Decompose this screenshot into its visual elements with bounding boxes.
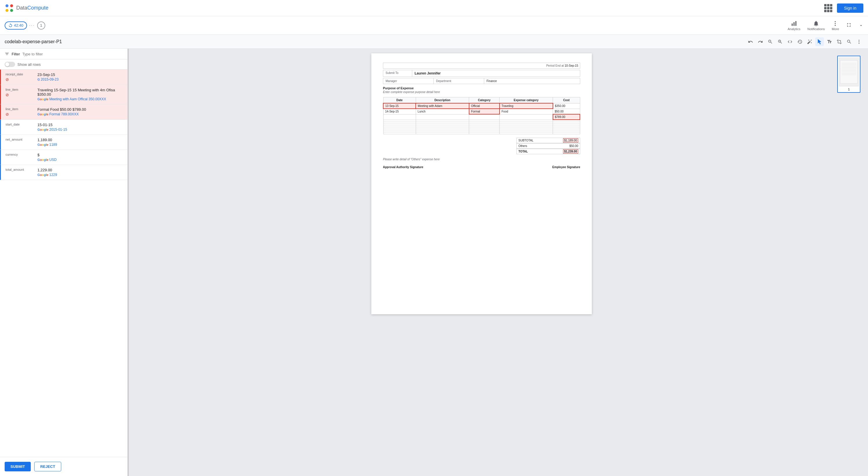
- filter-bar: Filter: [0, 49, 127, 60]
- more-doc-icon: [857, 39, 862, 44]
- svg-point-9: [835, 25, 836, 26]
- text-button[interactable]: [825, 37, 834, 46]
- employee-label: Employee Signature: [552, 166, 580, 169]
- submit-to-value: Lauren Jennifer: [412, 70, 443, 76]
- table-row: 14-Sep-15 Lunch Formal Food $50.00: [383, 109, 580, 114]
- data-row-line-item-2: line_item ⊘ Formal Food $50.00 $789.00 G…: [0, 104, 127, 120]
- data-row-net-amount: net_amount 1,189.00 Google 1189: [0, 135, 127, 150]
- undo-button[interactable]: [746, 37, 755, 46]
- svg-point-1: [10, 4, 13, 7]
- field-value: Traveling 15-Sep-15 15 Meeting with 4m O…: [37, 88, 123, 97]
- col-expense-category: Expense category: [500, 97, 553, 103]
- form-header: Period End at 10-Sep-15: [383, 63, 580, 69]
- search-doc-icon: [846, 39, 852, 44]
- search-doc-button[interactable]: [845, 37, 854, 46]
- department-label: Department: [434, 78, 484, 84]
- field-value: 23-Sep-15: [37, 72, 123, 77]
- purpose-hint: Enter complete expense purpose detail he…: [383, 91, 580, 94]
- row1-date: 13 Sep-15: [383, 103, 416, 109]
- table-row: [383, 122, 580, 124]
- others-detail: Please write detail of "Others" expense …: [383, 158, 580, 161]
- row2-description: Lunch: [416, 109, 469, 114]
- row2-category: Formal: [469, 109, 500, 114]
- col-category: Category: [469, 97, 500, 103]
- thumbnail-number: 1: [839, 88, 859, 91]
- field-value: 15-01-15: [37, 123, 123, 127]
- action-buttons: SUBMIT REJECT: [0, 457, 127, 476]
- submit-button[interactable]: SUBMIT: [5, 462, 31, 471]
- history-button[interactable]: [796, 37, 804, 46]
- google-value: Google 1229: [37, 173, 123, 177]
- field-content: 23-Sep-15 G2015-09-23: [37, 72, 123, 82]
- svg-rect-6: [796, 21, 797, 26]
- table-row: [383, 128, 580, 130]
- code-icon: [787, 39, 793, 44]
- doc-content: Period End at 10-Sep-15 Submit To Lauren…: [133, 53, 830, 471]
- doc-viewer: Period End at 10-Sep-15 Submit To Lauren…: [129, 49, 868, 476]
- thumbnail-item[interactable]: 1: [837, 56, 861, 93]
- row2-date: 14-Sep-15: [383, 109, 416, 114]
- more-nav-item[interactable]: More: [832, 20, 839, 31]
- more-label: More: [832, 27, 839, 31]
- google-value: Google 1189: [37, 143, 123, 147]
- department-value: Finance: [484, 78, 580, 84]
- toolbar-row: 42:40 ··· 1 Analytics Notifications More: [0, 16, 868, 35]
- expense-table: Date Description Category Expense catego…: [383, 97, 580, 134]
- crop-button[interactable]: [835, 37, 844, 46]
- left-panel: Filter Show all rows receipt_date ⊘ 23-S…: [0, 49, 128, 476]
- row1-cost: $350.00: [553, 103, 580, 109]
- zoom-in-icon: [777, 39, 783, 44]
- analytics-nav-item[interactable]: Analytics: [788, 20, 800, 31]
- show-all-toggle[interactable]: [5, 62, 15, 67]
- field-value: 1,229.00: [37, 168, 123, 172]
- redo-button[interactable]: [756, 37, 765, 46]
- cursor-button[interactable]: [815, 37, 824, 46]
- field-label: line_item: [5, 107, 34, 111]
- apps-grid-icon[interactable]: [824, 4, 832, 12]
- submit-to-row: Submit To Lauren Jennifer: [383, 70, 580, 77]
- thumbnail-panel: 1: [834, 53, 863, 471]
- field-content: 1,229.00 Google 1229: [37, 168, 123, 177]
- expand-button[interactable]: [846, 22, 852, 29]
- zoom-out-button[interactable]: [766, 37, 775, 46]
- table-row: [383, 120, 580, 122]
- purpose-section: Purpose of Expense Enter complete expens…: [383, 87, 580, 94]
- reject-button[interactable]: REJECT: [34, 462, 61, 471]
- thumbnail-preview: [839, 58, 859, 87]
- submit-to-label: Submit To: [383, 70, 412, 76]
- purpose-label: Purpose of Expense: [383, 87, 580, 90]
- field-label: total_amount: [5, 168, 34, 171]
- col-description: Description: [416, 97, 469, 103]
- notifications-nav-item[interactable]: Notifications: [807, 20, 825, 31]
- sign-in-button[interactable]: Sign in: [837, 3, 863, 13]
- data-row-total-amount: total_amount 1,229.00 Google 1229: [0, 165, 127, 180]
- top-nav: DataCompute Sign in: [0, 0, 868, 16]
- code-button[interactable]: [785, 37, 794, 46]
- table-row: [383, 132, 580, 134]
- field-value: Formal Food $50.00 $789.00: [37, 107, 123, 112]
- total-row: TOTAL $1,239.00: [517, 149, 580, 154]
- approval-label: Approval Authority Signature: [383, 166, 423, 169]
- error-icon: ⊘: [5, 112, 34, 116]
- svg-point-10: [859, 40, 860, 41]
- field-label: currency: [5, 153, 34, 156]
- col-cost: Cost: [553, 97, 580, 103]
- row3-cost: $789.00: [553, 114, 580, 120]
- zoom-in-button[interactable]: [776, 37, 784, 46]
- data-row-currency: currency $ Google USD: [0, 150, 127, 165]
- subtotal-label: SUBTOTAL: [519, 139, 533, 142]
- field-label: net_amount: [5, 138, 34, 141]
- filter-input[interactable]: [22, 52, 123, 56]
- doc-page: Period End at 10-Sep-15 Submit To Lauren…: [371, 53, 592, 314]
- expand-icon: [846, 22, 852, 28]
- row1-category: Official: [469, 103, 500, 109]
- svg-point-12: [859, 43, 860, 43]
- more-doc-button[interactable]: [855, 37, 863, 46]
- subtotal-value: $1,189.00: [563, 139, 579, 142]
- page-title: codelab-expense-parser-P1: [5, 39, 62, 44]
- chevron-down-icon[interactable]: [859, 23, 863, 28]
- field-value: 1,189.00: [37, 138, 123, 142]
- magic-icon: [807, 39, 812, 44]
- magic-button[interactable]: [805, 37, 814, 46]
- manager-dept-row: Manager Department Finance: [383, 78, 580, 84]
